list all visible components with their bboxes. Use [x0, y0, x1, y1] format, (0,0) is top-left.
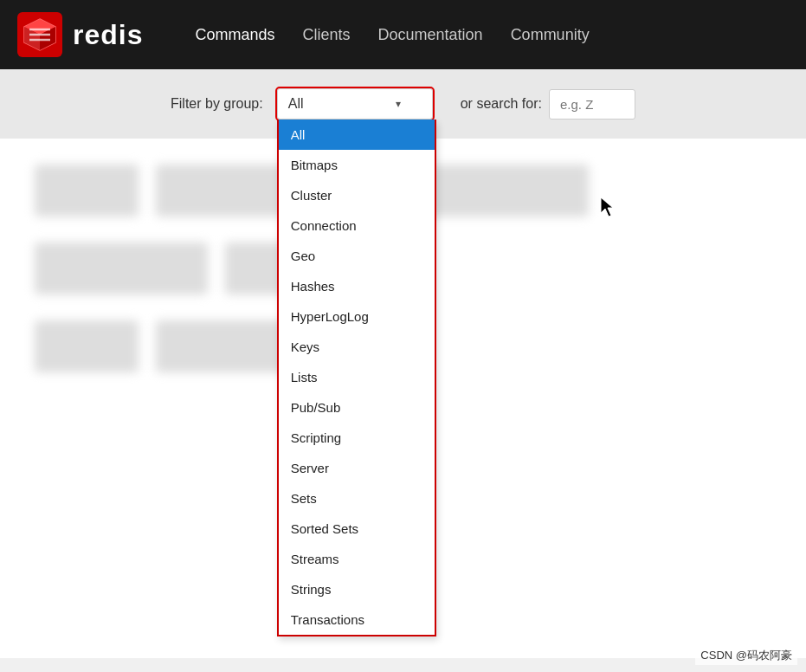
dropdown-item-connection[interactable]: Connection [279, 210, 435, 241]
filter-label: Filter by group: [171, 96, 263, 112]
group-select[interactable]: All ▾ [277, 88, 433, 120]
search-area: or search for: [461, 89, 635, 120]
redis-logo-icon [17, 12, 62, 57]
dropdown-item-keys[interactable]: Keys [279, 332, 435, 362]
dropdown-item-lists[interactable]: Lists [279, 362, 435, 392]
blurred-card [35, 320, 139, 372]
dropdown-item-all[interactable]: All [279, 120, 435, 150]
blurred-card [416, 165, 589, 216]
blurred-card [35, 165, 139, 216]
logo-area: redis [17, 12, 143, 57]
toolbar: Filter by group: All ▾ All Bitmaps Clust… [0, 69, 806, 139]
watermark: CSDN @码农阿豪 [695, 646, 797, 665]
nav-commands[interactable]: Commands [195, 26, 274, 44]
dropdown-item-sets[interactable]: Sets [279, 483, 435, 514]
dropdown-item-streams[interactable]: Streams [279, 544, 435, 574]
dropdown-item-sorted-sets[interactable]: Sorted Sets [279, 514, 435, 544]
dropdown-item-strings[interactable]: Strings [279, 574, 435, 604]
nav-links: Commands Clients Documentation Community [195, 26, 589, 44]
dropdown-item-cluster[interactable]: Cluster [279, 180, 435, 210]
dropdown-item-pubsub[interactable]: Pub/Sub [279, 392, 435, 423]
select-value: All [288, 96, 304, 112]
dropdown-item-scripting[interactable]: Scripting [279, 423, 435, 453]
group-select-wrapper: All ▾ All Bitmaps Cluster Connection Geo… [277, 88, 433, 120]
nav-documentation[interactable]: Documentation [378, 26, 483, 44]
blurred-card [35, 242, 208, 294]
dropdown-item-hyperloglog[interactable]: HyperLogLog [279, 301, 435, 332]
search-label: or search for: [461, 96, 542, 112]
dropdown-item-bitmaps[interactable]: Bitmaps [279, 150, 435, 180]
search-input[interactable] [549, 89, 635, 120]
nav-community[interactable]: Community [511, 26, 590, 44]
group-dropdown: All Bitmaps Cluster Connection Geo Hashe… [277, 120, 436, 636]
navbar: redis Commands Clients Documentation Com… [0, 0, 806, 69]
dropdown-item-transactions[interactable]: Transactions [279, 604, 435, 635]
dropdown-item-geo[interactable]: Geo [279, 241, 435, 271]
dropdown-item-hashes[interactable]: Hashes [279, 271, 435, 301]
logo-text: redis [73, 19, 143, 51]
dropdown-item-server[interactable]: Server [279, 453, 435, 483]
nav-clients[interactable]: Clients [303, 26, 351, 44]
chevron-down-icon: ▾ [396, 98, 401, 110]
